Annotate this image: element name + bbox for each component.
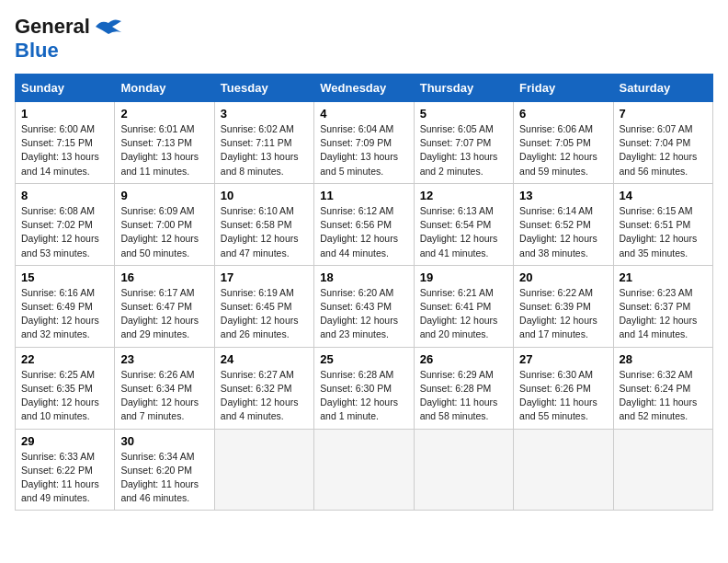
calendar-day-cell: 10Sunrise: 6:10 AM Sunset: 6:58 PM Dayli… xyxy=(214,183,313,265)
calendar-day-cell xyxy=(514,429,613,511)
calendar-day-cell: 4Sunrise: 6:04 AM Sunset: 7:09 PM Daylig… xyxy=(314,102,414,184)
day-number: 20 xyxy=(519,270,607,284)
day-number: 28 xyxy=(620,352,707,366)
weekday-header-sunday: Sunday xyxy=(16,75,115,102)
day-info: Sunrise: 6:04 AM Sunset: 7:09 PM Dayligh… xyxy=(320,122,407,178)
day-number: 9 xyxy=(120,189,208,202)
day-number: 18 xyxy=(320,270,407,284)
calendar-day-cell: 7Sunrise: 6:07 AM Sunset: 7:04 PM Daylig… xyxy=(613,102,712,184)
calendar-day-cell: 16Sunrise: 6:17 AM Sunset: 6:47 PM Dayli… xyxy=(115,265,214,347)
day-number: 2 xyxy=(120,107,208,121)
weekday-header-wednesday: Wednesday xyxy=(314,75,414,102)
day-number: 12 xyxy=(420,189,507,202)
day-number: 25 xyxy=(320,352,407,366)
logo: General Blue xyxy=(15,15,123,63)
day-number: 21 xyxy=(620,270,707,284)
day-info: Sunrise: 6:07 AM Sunset: 7:04 PM Dayligh… xyxy=(620,122,707,178)
day-number: 23 xyxy=(120,352,208,366)
calendar-day-cell: 22Sunrise: 6:25 AM Sunset: 6:35 PM Dayli… xyxy=(16,347,115,429)
day-number: 24 xyxy=(221,352,308,366)
day-number: 15 xyxy=(21,270,108,284)
day-info: Sunrise: 6:17 AM Sunset: 6:47 PM Dayligh… xyxy=(120,286,208,342)
calendar-day-cell: 24Sunrise: 6:27 AM Sunset: 6:32 PM Dayli… xyxy=(214,347,313,429)
calendar-day-cell: 8Sunrise: 6:08 AM Sunset: 7:02 PM Daylig… xyxy=(16,183,115,265)
day-number: 13 xyxy=(519,189,607,202)
calendar-week-row: 1Sunrise: 6:00 AM Sunset: 7:15 PM Daylig… xyxy=(16,102,713,184)
calendar-day-cell: 14Sunrise: 6:15 AM Sunset: 6:51 PM Dayli… xyxy=(613,183,712,265)
day-info: Sunrise: 6:19 AM Sunset: 6:45 PM Dayligh… xyxy=(221,286,308,342)
day-info: Sunrise: 6:27 AM Sunset: 6:32 PM Dayligh… xyxy=(221,368,308,424)
calendar-day-cell xyxy=(414,429,513,511)
day-number: 26 xyxy=(420,352,507,366)
logo-text: General xyxy=(15,15,90,39)
day-number: 29 xyxy=(21,434,108,448)
day-number: 14 xyxy=(620,189,707,202)
page-header: General Blue xyxy=(15,15,713,63)
day-info: Sunrise: 6:26 AM Sunset: 6:34 PM Dayligh… xyxy=(120,368,208,424)
calendar-day-cell: 5Sunrise: 6:05 AM Sunset: 7:07 PM Daylig… xyxy=(414,102,513,184)
calendar-day-cell: 15Sunrise: 6:16 AM Sunset: 6:49 PM Dayli… xyxy=(16,265,115,347)
weekday-header-saturday: Saturday xyxy=(613,75,712,102)
day-info: Sunrise: 6:16 AM Sunset: 6:49 PM Dayligh… xyxy=(21,286,108,342)
day-info: Sunrise: 6:30 AM Sunset: 6:26 PM Dayligh… xyxy=(519,368,607,424)
calendar-week-row: 8Sunrise: 6:08 AM Sunset: 7:02 PM Daylig… xyxy=(16,183,713,265)
day-number: 22 xyxy=(21,352,108,366)
day-info: Sunrise: 6:05 AM Sunset: 7:07 PM Dayligh… xyxy=(420,122,507,178)
calendar-day-cell: 18Sunrise: 6:20 AM Sunset: 6:43 PM Dayli… xyxy=(314,265,414,347)
calendar-week-row: 29Sunrise: 6:33 AM Sunset: 6:22 PM Dayli… xyxy=(16,429,713,511)
day-info: Sunrise: 6:14 AM Sunset: 6:52 PM Dayligh… xyxy=(519,204,607,260)
day-number: 5 xyxy=(420,107,507,121)
day-info: Sunrise: 6:34 AM Sunset: 6:20 PM Dayligh… xyxy=(120,450,208,506)
day-info: Sunrise: 6:12 AM Sunset: 6:56 PM Dayligh… xyxy=(320,204,407,260)
day-info: Sunrise: 6:08 AM Sunset: 7:02 PM Dayligh… xyxy=(21,204,108,260)
day-number: 17 xyxy=(221,270,308,284)
day-info: Sunrise: 6:00 AM Sunset: 7:15 PM Dayligh… xyxy=(21,122,108,178)
calendar-day-cell: 19Sunrise: 6:21 AM Sunset: 6:41 PM Dayli… xyxy=(414,265,513,347)
calendar-day-cell: 6Sunrise: 6:06 AM Sunset: 7:05 PM Daylig… xyxy=(514,102,613,184)
day-number: 3 xyxy=(221,107,308,121)
day-info: Sunrise: 6:06 AM Sunset: 7:05 PM Dayligh… xyxy=(519,122,607,178)
calendar-day-cell: 3Sunrise: 6:02 AM Sunset: 7:11 PM Daylig… xyxy=(214,102,313,184)
day-info: Sunrise: 6:33 AM Sunset: 6:22 PM Dayligh… xyxy=(21,450,108,506)
calendar-day-cell: 27Sunrise: 6:30 AM Sunset: 6:26 PM Dayli… xyxy=(514,347,613,429)
day-info: Sunrise: 6:22 AM Sunset: 6:39 PM Dayligh… xyxy=(519,286,607,342)
day-info: Sunrise: 6:13 AM Sunset: 6:54 PM Dayligh… xyxy=(420,204,507,260)
day-info: Sunrise: 6:21 AM Sunset: 6:41 PM Dayligh… xyxy=(420,286,507,342)
day-info: Sunrise: 6:09 AM Sunset: 7:00 PM Dayligh… xyxy=(120,204,208,260)
day-info: Sunrise: 6:25 AM Sunset: 6:35 PM Dayligh… xyxy=(21,368,108,424)
calendar-day-cell: 30Sunrise: 6:34 AM Sunset: 6:20 PM Dayli… xyxy=(115,429,214,511)
day-number: 1 xyxy=(21,107,108,121)
calendar-day-cell: 2Sunrise: 6:01 AM Sunset: 7:13 PM Daylig… xyxy=(115,102,214,184)
day-info: Sunrise: 6:29 AM Sunset: 6:28 PM Dayligh… xyxy=(420,368,507,424)
day-number: 6 xyxy=(519,107,607,121)
calendar-week-row: 15Sunrise: 6:16 AM Sunset: 6:49 PM Dayli… xyxy=(16,265,713,347)
calendar-day-cell: 26Sunrise: 6:29 AM Sunset: 6:28 PM Dayli… xyxy=(414,347,513,429)
day-number: 4 xyxy=(320,107,407,121)
logo-bird-icon xyxy=(94,17,123,36)
day-number: 11 xyxy=(320,189,407,202)
calendar-day-cell: 21Sunrise: 6:23 AM Sunset: 6:37 PM Dayli… xyxy=(613,265,712,347)
day-info: Sunrise: 6:32 AM Sunset: 6:24 PM Dayligh… xyxy=(620,368,707,424)
day-info: Sunrise: 6:23 AM Sunset: 6:37 PM Dayligh… xyxy=(620,286,707,342)
day-info: Sunrise: 6:10 AM Sunset: 6:58 PM Dayligh… xyxy=(221,204,308,260)
day-info: Sunrise: 6:15 AM Sunset: 6:51 PM Dayligh… xyxy=(620,204,707,260)
day-info: Sunrise: 6:02 AM Sunset: 7:11 PM Dayligh… xyxy=(221,122,308,178)
weekday-header-row: SundayMondayTuesdayWednesdayThursdayFrid… xyxy=(16,75,713,102)
day-number: 10 xyxy=(221,189,308,202)
day-number: 8 xyxy=(21,189,108,202)
day-number: 16 xyxy=(120,270,208,284)
calendar-day-cell: 17Sunrise: 6:19 AM Sunset: 6:45 PM Dayli… xyxy=(214,265,313,347)
calendar-day-cell: 11Sunrise: 6:12 AM Sunset: 6:56 PM Dayli… xyxy=(314,183,414,265)
weekday-header-thursday: Thursday xyxy=(414,75,513,102)
day-info: Sunrise: 6:20 AM Sunset: 6:43 PM Dayligh… xyxy=(320,286,407,342)
weekday-header-friday: Friday xyxy=(514,75,613,102)
day-info: Sunrise: 6:01 AM Sunset: 7:13 PM Dayligh… xyxy=(120,122,208,178)
day-number: 7 xyxy=(620,107,707,121)
day-number: 19 xyxy=(420,270,507,284)
calendar-day-cell xyxy=(314,429,414,511)
calendar-day-cell: 9Sunrise: 6:09 AM Sunset: 7:00 PM Daylig… xyxy=(115,183,214,265)
weekday-header-monday: Monday xyxy=(115,75,214,102)
calendar-day-cell: 23Sunrise: 6:26 AM Sunset: 6:34 PM Dayli… xyxy=(115,347,214,429)
calendar-table: SundayMondayTuesdayWednesdayThursdayFrid… xyxy=(15,74,713,511)
day-number: 30 xyxy=(120,434,208,448)
